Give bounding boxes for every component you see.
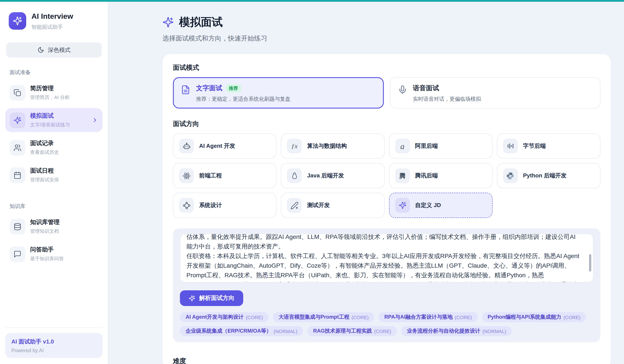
version-card: AI 面试助手 v1.0 Powered by AI (5, 333, 103, 358)
sidebar-item-label: 问答助手 (30, 246, 64, 254)
sidebar-footer: AI 面试助手 v1.0 Powered by AI (5, 327, 103, 364)
main-content: 模拟面试 选择面试模式和方向，快速开始练习 面试模式 文字面试 推荐 (108, 2, 624, 364)
dark-mode-label: 深色模式 (48, 46, 71, 54)
direction-grid: AI Agent 开发 ƒx 算法与数据结构 a 阿里后端 (173, 133, 600, 218)
sidebar-item-records[interactable]: 面试记录 查看面试历史 (5, 136, 103, 159)
sidebar: AI Interview 智能面试助手 深色模式 面试准备 简历管理 管理简历，… (0, 2, 108, 364)
sparkles-icon (162, 16, 174, 28)
tencent-icon: 腾 (395, 168, 410, 183)
sparkles-icon (189, 295, 195, 301)
chevron-right-icon (92, 117, 98, 123)
analyze-direction-button[interactable]: 解析面试方向 (180, 290, 243, 306)
sidebar-section-prep: 面试准备 (10, 69, 98, 76)
sidebar-item-label: 面试日程 (30, 167, 59, 175)
direction-frontend[interactable]: 前端工程 (173, 163, 277, 188)
users-icon (10, 140, 25, 155)
mode-card-text-interview[interactable]: 文字面试 推荐 推荐：更稳定，更适合系统化刷题与复盘 (173, 77, 384, 109)
recommended-badge: 推荐 (226, 84, 241, 92)
sidebar-item-label: 简历管理 (30, 85, 70, 92)
direction-java-backend[interactable]: Java 后端开发 (281, 163, 385, 188)
page-subtitle: 选择面试模式和方向，快速开始练习 (162, 34, 611, 43)
direction-test-dev[interactable]: 测试开发 (281, 193, 385, 218)
tag-pill[interactable]: RPA与AI融合方案设计与落地(CORE) (379, 312, 477, 322)
sidebar-section-kb: 知识库 (10, 203, 98, 210)
documents-icon (10, 85, 25, 100)
sidebar-item-desc: 管理知识文档 (30, 228, 60, 234)
mode-section-label: 面试模式 (173, 64, 600, 72)
sidebar-item-desc: 文字/语音面试练习 (30, 122, 70, 128)
app-brand: AI Interview 智能面试助手 (9, 12, 99, 31)
alibaba-icon: a (395, 139, 410, 154)
direction-ai-agent[interactable]: AI Agent 开发 (173, 133, 277, 159)
jd-textarea[interactable]: 估体系，量化效率提升成果。跟踪AI Agent、LLM、RPA等领域前沿技术，评… (180, 234, 593, 282)
analyze-button-label: 解析面试方向 (199, 294, 234, 302)
tag-pill[interactable]: 业务流程分析与自动化提效设计(NORMAL) (401, 326, 512, 336)
app-tagline: 智能面试助手 (31, 23, 73, 31)
calendar-icon (10, 167, 25, 183)
custom-jd-panel: 估体系，量化效率提升成果。跟踪AI Agent、LLM、RPA等领域前沿技术，评… (173, 228, 600, 342)
setup-card: 面试模式 文字面试 推荐 推荐：更稳定，更适合系统化刷题与复盘 (162, 54, 611, 364)
top-accent-bar (0, 0, 624, 2)
sidebar-item-resume[interactable]: 简历管理 管理简历，AI 分析 (5, 81, 103, 105)
sparkles-icon (10, 112, 25, 128)
tag-pill[interactable]: 企业级系统集成（ERP/CRM/OA等）(NORMAL) (180, 326, 303, 336)
sidebar-item-label: 模拟面试 (30, 112, 70, 120)
tag-pill[interactable]: Python编程与API系统集成能力(CORE) (482, 312, 586, 322)
dark-mode-toggle[interactable]: 深色模式 (6, 42, 102, 58)
mode-grid: 文字面试 推荐 推荐：更稳定，更适合系统化刷题与复盘 语音面试 实时语音对话 (173, 77, 600, 109)
sidebar-item-label: 知识库管理 (30, 218, 60, 226)
chat-icon (10, 246, 25, 262)
tag-pill[interactable]: 大语言模型集成与Prompt工程(CORE) (273, 312, 374, 322)
direction-alibaba-backend[interactable]: a 阿里后端 (389, 133, 493, 159)
python-icon (503, 168, 518, 183)
powered-by: Powered by AI (11, 348, 97, 353)
app-root: AI Interview 智能面试助手 深色模式 面试准备 简历管理 管理简历，… (0, 0, 624, 364)
difficulty-section-label: 难度 (173, 357, 600, 364)
jd-scrollbar-thumb[interactable] (589, 254, 591, 272)
app-title: AI Interview (31, 12, 73, 21)
file-text-icon (181, 85, 190, 95)
app-logo-sparkles-icon (9, 12, 26, 30)
direction-tencent-backend[interactable]: 腾 腾讯后端 (389, 163, 493, 188)
tag-pill[interactable]: AI Agent开发与架构设计(CORE) (180, 312, 269, 322)
app-version: AI 面试助手 v1.0 (11, 338, 97, 346)
direction-python-backend[interactable]: Python 后端开发 (497, 163, 601, 188)
sidebar-item-label: 面试记录 (30, 139, 59, 147)
direction-custom-jd[interactable]: 自定义 JD (389, 193, 493, 218)
page-title: 模拟面试 (179, 15, 223, 29)
mode-card-voice-interview[interactable]: 语音面试 实时语音对话，更偏临场模拟 (390, 77, 600, 109)
sidebar-item-desc: 管理简历，AI 分析 (30, 94, 70, 101)
sidebar-item-qa-assistant[interactable]: 问答助手 基于知识库问答 (5, 242, 103, 266)
sidebar-item-mock-interview[interactable]: 模拟面试 文字/语音面试练习 (5, 108, 103, 132)
microphone-icon (398, 85, 407, 95)
sidebar-item-schedule[interactable]: 面试日程 管理面试安排 (5, 163, 103, 187)
penguin-icon (287, 168, 302, 183)
tag-pill[interactable]: RAG技术原理与工程实践(CORE) (307, 326, 397, 336)
robot-icon (179, 139, 194, 154)
sparkles-icon (395, 198, 410, 213)
jd-textarea-wrap: 估体系，量化效率提升成果。跟踪AI Agent、LLM、RPA等领域前沿技术，评… (180, 234, 594, 282)
moon-icon (37, 47, 44, 53)
bars-icon (503, 139, 518, 154)
network-icon (179, 198, 194, 213)
sidebar-item-desc: 基于知识库问答 (30, 255, 64, 262)
direction-system-design[interactable]: 系统设计 (173, 193, 277, 218)
direction-section-label: 面试方向 (173, 120, 600, 128)
direction-algorithms[interactable]: ƒx 算法与数据结构 (281, 133, 385, 159)
mode-title: 文字面试 (196, 84, 222, 92)
direction-bytedance-backend[interactable]: 字节后端 (497, 133, 601, 159)
react-icon (179, 168, 194, 183)
parsed-tags: AI Agent开发与架构设计(CORE) 大语言模型集成与Prompt工程(C… (180, 312, 594, 336)
sidebar-item-desc: 查看面试历史 (30, 149, 59, 156)
mode-title: 语音面试 (413, 84, 439, 92)
database-icon (10, 219, 25, 234)
mode-desc: 推荐：更稳定，更适合系统化刷题与复盘 (196, 95, 290, 103)
function-icon: ƒx (287, 139, 302, 154)
mode-desc: 实时语音对话，更偏临场模拟 (413, 95, 481, 103)
sidebar-item-kb-manage[interactable]: 知识库管理 管理知识文档 (5, 214, 103, 238)
sidebar-item-desc: 管理面试安排 (30, 177, 59, 183)
pen-icon (287, 198, 302, 213)
